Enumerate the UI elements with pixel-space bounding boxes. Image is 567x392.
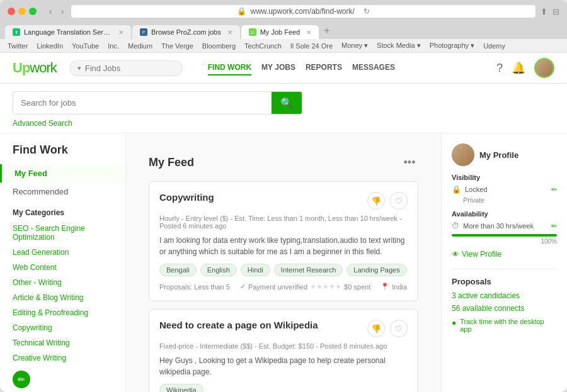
view-profile-text: View Profile xyxy=(462,250,501,259)
bookmark-youtube[interactable]: YouTube xyxy=(72,42,99,50)
sidebar-cat-web[interactable]: Web Content xyxy=(0,260,125,275)
job-title-1[interactable]: Copywriting xyxy=(159,192,214,203)
refresh-icon[interactable]: ↻ xyxy=(364,7,370,16)
minimize-button[interactable] xyxy=(18,8,26,15)
bookmark-medium[interactable]: Medium xyxy=(128,42,152,50)
address-bar[interactable]: 🔒 www.upwork.com/ab/find-work/ ↻ xyxy=(71,5,536,18)
job-tags-1: Bengali English Hindi Internet Research … xyxy=(159,264,408,276)
upwork-logo[interactable]: Upwork xyxy=(13,60,57,76)
sidebar-cat-lead[interactable]: Lead Generation xyxy=(0,245,125,260)
feed-header: My Feed ••• xyxy=(149,154,418,171)
sidebar: Find Work My Feed Recommended My Categor… xyxy=(0,133,126,392)
active-candidacies-link[interactable]: 3 active candidacies xyxy=(452,291,557,300)
bookmark-twitter[interactable]: Twitter xyxy=(8,42,28,50)
job-meta-1: Hourly - Entry level ($) - Est. Time: Le… xyxy=(159,215,408,230)
sidebar-cat-editing[interactable]: Editing & Proofreading xyxy=(0,305,125,320)
bookmark-icon[interactable]: ⊟ xyxy=(553,7,559,16)
tab-fiverr-close[interactable]: ✕ xyxy=(118,29,123,36)
sidebar-item-recommended[interactable]: Recommended xyxy=(0,182,125,201)
forward-button[interactable]: › xyxy=(59,5,67,18)
main-nav-links: FIND WORK MY JOBS REPORTS MESSAGES xyxy=(208,60,395,76)
bookmark-udemy[interactable]: Udemy xyxy=(483,42,505,50)
bookmark-verge[interactable]: The Verge xyxy=(161,42,193,50)
share-icon[interactable]: ⬆ xyxy=(541,7,547,16)
nav-messages[interactable]: MESSAGES xyxy=(352,60,395,76)
job-dislike-1[interactable]: 👎 xyxy=(367,192,385,210)
bookmark-inc[interactable]: Inc. xyxy=(108,42,119,50)
nav-find-work[interactable]: FIND WORK xyxy=(208,60,251,76)
job-card-1-header: Copywriting 👎 ♡ xyxy=(159,192,408,210)
job-save-1[interactable]: ♡ xyxy=(390,192,408,210)
bookmark-bloomberg[interactable]: Bloomberg xyxy=(202,42,236,50)
back-button[interactable]: ‹ xyxy=(47,5,55,18)
sidebar-cat-copywriting[interactable]: Copywriting xyxy=(0,320,125,335)
bookmark-money[interactable]: Money ▾ xyxy=(341,42,368,50)
sidebar-cat-article[interactable]: Article & Blog Writing xyxy=(0,290,125,305)
tab-proz[interactable]: P Browse ProZ.com jobs ✕ xyxy=(132,25,240,39)
location-icon-1: 📍 xyxy=(381,283,389,291)
main-search-box[interactable]: 🔍 xyxy=(13,91,302,115)
tab-upwork-close[interactable]: ✕ xyxy=(306,29,311,36)
maximize-button[interactable] xyxy=(29,8,37,15)
progress-fill xyxy=(452,234,557,237)
job-desc-1: I am looking for data entry work like ty… xyxy=(159,235,408,257)
view-profile-link[interactable]: 👁 View Profile xyxy=(452,250,557,259)
payment-1: ✓ Payment unverified ★★★★★ $0 spent xyxy=(240,283,370,291)
top-search-bar[interactable]: ▾ xyxy=(69,60,183,76)
job-title-2[interactable]: Need to create a page on Wikipedia xyxy=(159,320,318,330)
sidebar-cat-seo[interactable]: SEO - Search Engine Optimization xyxy=(0,221,125,245)
profile-divider xyxy=(452,269,557,269)
tag-internet-research[interactable]: Internet Research xyxy=(274,264,343,276)
bookmark-techcrunch[interactable]: TechCrunch xyxy=(244,42,282,50)
bookmark-photography[interactable]: Photography ▾ xyxy=(430,42,474,50)
availability-edit-icon[interactable]: ✏ xyxy=(551,222,557,230)
tab-upwork[interactable]: U My Job Feed ✕ xyxy=(241,25,319,39)
search-button[interactable]: 🔍 xyxy=(272,92,302,114)
progress-label: 100% xyxy=(452,238,557,245)
nav-my-jobs[interactable]: MY JOBS xyxy=(261,60,295,76)
tag-bengali[interactable]: Bengali xyxy=(159,264,197,276)
visibility-edit-icon[interactable]: ✏ xyxy=(551,186,557,194)
tag-landing-pages[interactable]: Landing Pages xyxy=(346,264,406,276)
tag-hindi[interactable]: Hindi xyxy=(241,264,270,276)
search-bar-area: 🔍 Advanced Search xyxy=(0,84,567,133)
bookmark-linkedin[interactable]: LinkedIn xyxy=(37,42,63,50)
main-search-input[interactable] xyxy=(13,93,272,113)
track-time-text[interactable]: Track time with the desktop app xyxy=(460,318,557,333)
job-desc-2: Hey Guys , Looking to get a Wikipedia pa… xyxy=(159,355,408,378)
advanced-search-link[interactable]: Advanced Search xyxy=(13,119,72,128)
sidebar-cat-creative[interactable]: Creative Writing xyxy=(0,350,125,366)
job-save-2[interactable]: ♡ xyxy=(390,320,408,337)
bookmark-stockmedia[interactable]: Stock Media ▾ xyxy=(377,42,421,50)
job-tags-2: Wikipedia xyxy=(159,384,408,392)
edit-categories-button[interactable]: ✏ xyxy=(13,371,30,388)
browser-navigation: ‹ › xyxy=(47,5,66,18)
clock-icon: ⏱ xyxy=(452,221,459,230)
lock-icon: 🔒 xyxy=(237,7,246,16)
tag-english[interactable]: English xyxy=(200,264,237,276)
sidebar-cat-other-writing[interactable]: Other - Writing xyxy=(0,275,125,290)
nav-reports[interactable]: REPORTS xyxy=(306,60,342,76)
bookmark-sole24ore[interactable]: Il Sole 24 Ore xyxy=(290,42,333,50)
profile-title: My Profile xyxy=(479,150,518,160)
sidebar-item-my-feed[interactable]: My Feed xyxy=(0,164,125,182)
new-tab-button[interactable]: + xyxy=(320,23,333,39)
tab-fiverr[interactable]: f Language Translation Services by Freel… xyxy=(5,25,131,39)
job-card-2-header: Need to create a page on Wikipedia 👎 ♡ xyxy=(159,320,408,337)
tab-proz-close[interactable]: ✕ xyxy=(227,29,232,36)
tab-fiverr-label: Language Translation Services by Freelan… xyxy=(24,28,112,36)
help-icon[interactable]: ? xyxy=(496,62,503,75)
feed-more-button[interactable]: ••• xyxy=(401,154,418,171)
available-connects-link[interactable]: 56 available connects xyxy=(452,304,557,313)
location-1: 📍 India xyxy=(381,283,407,291)
locked-text: Locked xyxy=(465,186,487,193)
tag-wikipedia[interactable]: Wikipedia xyxy=(159,384,203,392)
top-search-input[interactable] xyxy=(85,64,161,73)
search-dropdown-icon: ▾ xyxy=(77,64,81,72)
avatar[interactable] xyxy=(534,58,554,78)
job-dislike-2[interactable]: 👎 xyxy=(367,320,385,337)
close-button[interactable] xyxy=(8,8,15,15)
bell-icon[interactable]: 🔔 xyxy=(512,61,525,75)
sidebar-cat-technical[interactable]: Technical Writing xyxy=(0,335,125,350)
progress-bar xyxy=(452,234,557,237)
